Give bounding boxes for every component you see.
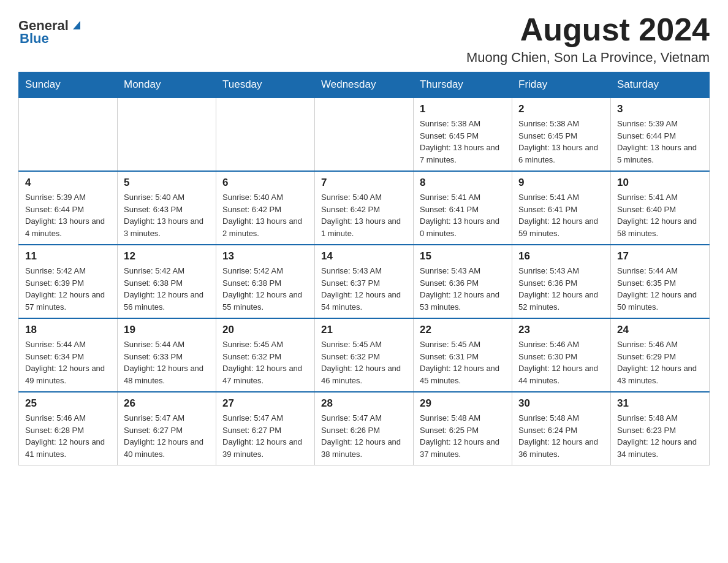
day-info: Sunrise: 5:40 AMSunset: 6:43 PMDaylight:… [124, 191, 210, 239]
calendar-week-row: 18Sunrise: 5:44 AMSunset: 6:34 PMDayligh… [19, 318, 710, 392]
day-number: 14 [321, 250, 407, 262]
calendar-header-row: SundayMondayTuesdayWednesdayThursdayFrid… [19, 72, 710, 98]
day-info: Sunrise: 5:48 AMSunset: 6:24 PMDaylight:… [518, 412, 604, 460]
day-number: 9 [518, 177, 604, 189]
day-info: Sunrise: 5:41 AMSunset: 6:41 PMDaylight:… [518, 191, 604, 239]
day-number: 25 [25, 397, 111, 410]
calendar-week-row: 25Sunrise: 5:46 AMSunset: 6:28 PMDayligh… [19, 392, 710, 465]
calendar-header-tuesday: Tuesday [216, 72, 315, 98]
calendar-day-cell: 10Sunrise: 5:41 AMSunset: 6:40 PMDayligh… [611, 171, 710, 245]
calendar-day-cell: 20Sunrise: 5:45 AMSunset: 6:32 PMDayligh… [216, 318, 315, 392]
day-info: Sunrise: 5:48 AMSunset: 6:23 PMDaylight:… [617, 412, 703, 460]
calendar-day-cell: 24Sunrise: 5:46 AMSunset: 6:29 PMDayligh… [611, 318, 710, 392]
svg-marker-0 [73, 21, 80, 29]
calendar-day-cell: 8Sunrise: 5:41 AMSunset: 6:41 PMDaylight… [414, 171, 512, 245]
calendar-header-saturday: Saturday [611, 72, 710, 98]
calendar-day-cell: 2Sunrise: 5:38 AMSunset: 6:45 PMDaylight… [512, 98, 611, 171]
day-number: 3 [617, 103, 703, 115]
day-number: 13 [222, 250, 308, 262]
calendar-header-monday: Monday [118, 72, 216, 98]
day-number: 29 [420, 397, 506, 410]
calendar-day-cell: 9Sunrise: 5:41 AMSunset: 6:41 PMDaylight… [512, 171, 611, 245]
logo: General Blue [18, 17, 83, 47]
calendar-day-cell [315, 98, 414, 171]
day-number: 27 [222, 397, 308, 410]
calendar-day-cell: 23Sunrise: 5:46 AMSunset: 6:30 PMDayligh… [512, 318, 611, 392]
day-number: 8 [420, 177, 506, 189]
calendar-header-sunday: Sunday [19, 72, 118, 98]
page-header: General Blue August 2024 Muong Chien, So… [18, 12, 710, 66]
day-number: 23 [518, 324, 604, 336]
calendar-day-cell: 25Sunrise: 5:46 AMSunset: 6:28 PMDayligh… [19, 392, 118, 465]
day-info: Sunrise: 5:41 AMSunset: 6:41 PMDaylight:… [420, 191, 506, 239]
calendar-day-cell: 1Sunrise: 5:38 AMSunset: 6:45 PMDaylight… [414, 98, 512, 171]
calendar-day-cell: 7Sunrise: 5:40 AMSunset: 6:42 PMDaylight… [315, 171, 414, 245]
day-info: Sunrise: 5:44 AMSunset: 6:33 PMDaylight:… [124, 339, 210, 386]
calendar-day-cell: 4Sunrise: 5:39 AMSunset: 6:44 PMDaylight… [19, 171, 118, 245]
calendar-day-cell: 27Sunrise: 5:47 AMSunset: 6:27 PMDayligh… [216, 392, 315, 465]
calendar-day-cell: 21Sunrise: 5:45 AMSunset: 6:32 PMDayligh… [315, 318, 414, 392]
calendar-day-cell: 26Sunrise: 5:47 AMSunset: 6:27 PMDayligh… [118, 392, 216, 465]
day-info: Sunrise: 5:47 AMSunset: 6:27 PMDaylight:… [222, 412, 308, 460]
day-number: 12 [124, 250, 210, 262]
day-number: 16 [518, 250, 604, 262]
day-info: Sunrise: 5:43 AMSunset: 6:36 PMDaylight:… [420, 265, 506, 313]
day-number: 4 [25, 177, 111, 189]
day-info: Sunrise: 5:44 AMSunset: 6:35 PMDaylight:… [617, 265, 703, 313]
calendar-day-cell: 30Sunrise: 5:48 AMSunset: 6:24 PMDayligh… [512, 392, 611, 465]
calendar-week-row: 1Sunrise: 5:38 AMSunset: 6:45 PMDaylight… [19, 98, 710, 171]
calendar-table: SundayMondayTuesdayWednesdayThursdayFrid… [18, 72, 710, 465]
day-info: Sunrise: 5:40 AMSunset: 6:42 PMDaylight:… [321, 191, 407, 239]
day-number: 26 [124, 397, 210, 410]
calendar-day-cell: 5Sunrise: 5:40 AMSunset: 6:43 PMDaylight… [118, 171, 216, 245]
calendar-day-cell: 15Sunrise: 5:43 AMSunset: 6:36 PMDayligh… [414, 245, 512, 318]
day-info: Sunrise: 5:46 AMSunset: 6:30 PMDaylight:… [518, 339, 604, 386]
day-info: Sunrise: 5:39 AMSunset: 6:44 PMDaylight:… [25, 191, 111, 239]
day-number: 6 [222, 177, 308, 189]
calendar-day-cell [19, 98, 118, 171]
calendar-day-cell: 12Sunrise: 5:42 AMSunset: 6:38 PMDayligh… [118, 245, 216, 318]
day-info: Sunrise: 5:40 AMSunset: 6:42 PMDaylight:… [222, 191, 308, 239]
day-info: Sunrise: 5:46 AMSunset: 6:29 PMDaylight:… [617, 339, 703, 386]
calendar-header-friday: Friday [512, 72, 611, 98]
day-info: Sunrise: 5:43 AMSunset: 6:36 PMDaylight:… [518, 265, 604, 313]
calendar-day-cell: 19Sunrise: 5:44 AMSunset: 6:33 PMDayligh… [118, 318, 216, 392]
day-number: 20 [222, 324, 308, 336]
day-number: 11 [25, 250, 111, 262]
calendar-day-cell [216, 98, 315, 171]
calendar-header-thursday: Thursday [414, 72, 512, 98]
calendar-day-cell: 16Sunrise: 5:43 AMSunset: 6:36 PMDayligh… [512, 245, 611, 318]
calendar-day-cell: 3Sunrise: 5:39 AMSunset: 6:44 PMDaylight… [611, 98, 710, 171]
day-info: Sunrise: 5:38 AMSunset: 6:45 PMDaylight:… [518, 118, 604, 166]
day-number: 21 [321, 324, 407, 336]
month-title: August 2024 [466, 12, 710, 47]
day-number: 10 [617, 177, 703, 189]
calendar-week-row: 4Sunrise: 5:39 AMSunset: 6:44 PMDaylight… [19, 171, 710, 245]
day-number: 18 [25, 324, 111, 336]
day-info: Sunrise: 5:44 AMSunset: 6:34 PMDaylight:… [25, 339, 111, 386]
day-info: Sunrise: 5:41 AMSunset: 6:40 PMDaylight:… [617, 191, 703, 239]
calendar-day-cell: 11Sunrise: 5:42 AMSunset: 6:39 PMDayligh… [19, 245, 118, 318]
calendar-day-cell [118, 98, 216, 171]
calendar-day-cell: 22Sunrise: 5:45 AMSunset: 6:31 PMDayligh… [414, 318, 512, 392]
day-info: Sunrise: 5:42 AMSunset: 6:38 PMDaylight:… [222, 265, 308, 313]
day-number: 31 [617, 397, 703, 410]
day-number: 24 [617, 324, 703, 336]
logo-triangle-icon [70, 18, 83, 32]
day-info: Sunrise: 5:42 AMSunset: 6:39 PMDaylight:… [25, 265, 111, 313]
logo-blue-text: Blue [20, 31, 49, 47]
day-info: Sunrise: 5:45 AMSunset: 6:32 PMDaylight:… [321, 339, 407, 386]
calendar-day-cell: 6Sunrise: 5:40 AMSunset: 6:42 PMDaylight… [216, 171, 315, 245]
calendar-day-cell: 29Sunrise: 5:48 AMSunset: 6:25 PMDayligh… [414, 392, 512, 465]
day-info: Sunrise: 5:43 AMSunset: 6:37 PMDaylight:… [321, 265, 407, 313]
day-info: Sunrise: 5:47 AMSunset: 6:27 PMDaylight:… [124, 412, 210, 460]
calendar-day-cell: 18Sunrise: 5:44 AMSunset: 6:34 PMDayligh… [19, 318, 118, 392]
day-info: Sunrise: 5:42 AMSunset: 6:38 PMDaylight:… [124, 265, 210, 313]
calendar-day-cell: 14Sunrise: 5:43 AMSunset: 6:37 PMDayligh… [315, 245, 414, 318]
calendar-day-cell: 31Sunrise: 5:48 AMSunset: 6:23 PMDayligh… [611, 392, 710, 465]
day-number: 2 [518, 103, 604, 115]
day-number: 19 [124, 324, 210, 336]
day-info: Sunrise: 5:45 AMSunset: 6:31 PMDaylight:… [420, 339, 506, 386]
day-info: Sunrise: 5:39 AMSunset: 6:44 PMDaylight:… [617, 118, 703, 166]
day-number: 1 [420, 103, 506, 115]
